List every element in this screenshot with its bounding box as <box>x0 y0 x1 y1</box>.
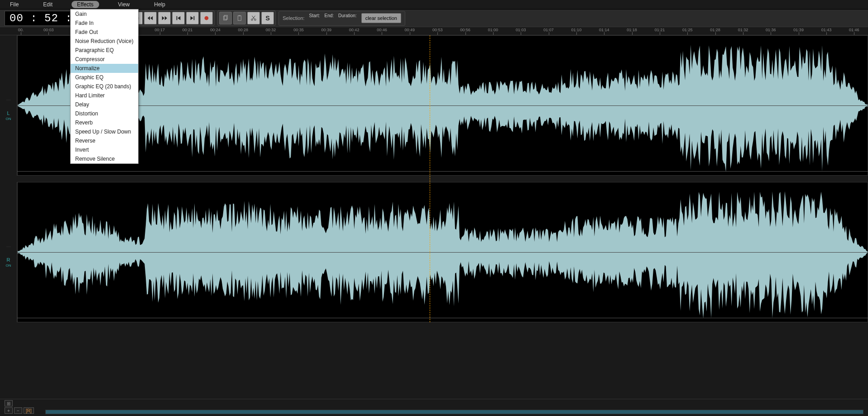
ruler-tick: 01:21 <box>655 28 665 32</box>
track-right-meter <box>6 246 11 247</box>
ruler-tick: 01:07 <box>543 28 554 32</box>
zoom-vert-in-button[interactable]: ⊞ <box>5 400 13 406</box>
channel-L-state: ON <box>6 117 11 121</box>
ruler-tick: 00:24 <box>210 28 221 32</box>
effects-item-fade-in[interactable]: Fade In <box>71 19 138 28</box>
effects-item-gain[interactable]: Gain <box>71 10 138 19</box>
track-right: R ON <box>0 182 868 322</box>
waveform-right[interactable] <box>17 182 868 322</box>
skip-back-button[interactable] <box>172 12 185 24</box>
menu-file[interactable]: File <box>5 0 24 9</box>
s-button[interactable]: S <box>261 12 274 24</box>
footer: ⊞ + − [R] <box>0 399 868 416</box>
ruler-tick: 01:10 <box>571 28 582 32</box>
ruler-tick: 00:53 <box>432 28 443 32</box>
ruler-tick: 00:56 <box>460 28 470 32</box>
ruler-tick: 01:28 <box>710 28 720 32</box>
ruler-tick: 01:46 <box>849 28 859 32</box>
paste-button[interactable] <box>233 12 246 24</box>
channel-R-state: ON <box>6 263 11 268</box>
effects-item-invert[interactable]: Invert <box>71 145 138 154</box>
effects-item-normalize[interactable]: Normalize <box>71 64 138 73</box>
ruler-tick: 01:18 <box>627 28 637 32</box>
selection-duration-label: Duration: <box>338 13 357 18</box>
track-right-label[interactable]: R ON <box>0 182 17 322</box>
ruler-tick: 00:03 <box>43 28 54 32</box>
effects-item-reverse[interactable]: Reverse <box>71 136 138 145</box>
clipboard-group: S <box>217 10 276 26</box>
ruler-tick: 01:14 <box>599 28 609 32</box>
channel-R: R <box>7 257 10 263</box>
effects-item-noise-reduction-voice-[interactable]: Noise Reduction (Voice) <box>71 37 138 46</box>
menu-help[interactable]: Help <box>149 0 171 9</box>
forward-button[interactable] <box>158 12 171 24</box>
effects-item-compressor[interactable]: Compressor <box>71 55 138 64</box>
svg-point-4 <box>205 16 209 20</box>
selection-end-label: End: <box>324 13 334 18</box>
ruler-tick: 01:25 <box>682 28 693 32</box>
waveform-left[interactable] <box>17 35 868 176</box>
ruler-tick: 00:46 <box>377 28 387 32</box>
cut-button[interactable] <box>247 12 260 24</box>
ruler-tick: 01:36 <box>766 28 776 32</box>
ruler-tick: 01:39 <box>793 28 804 32</box>
footer-r-label[interactable]: [R] <box>24 407 34 414</box>
svg-rect-7 <box>238 16 241 21</box>
clear-selection-button[interactable]: clear selection <box>361 13 401 23</box>
ruler-tick: 01:43 <box>821 28 832 32</box>
copy-button[interactable] <box>219 12 232 24</box>
effects-item-distortion[interactable]: Distortion <box>71 109 138 118</box>
track-left-label[interactable]: L ON <box>0 35 17 176</box>
horizontal-scrollbar[interactable] <box>45 410 863 414</box>
effects-item-speed-up-slow-down[interactable]: Speed Up / Slow Down <box>71 127 138 136</box>
effects-item-remove-silence[interactable]: Remove Silence <box>71 154 138 163</box>
ruler-tick: 00:28 <box>238 28 248 32</box>
zoom-in-button[interactable]: + <box>5 407 13 414</box>
selection-label: Selection: <box>283 15 304 21</box>
ruler-tick: 01:00 <box>488 28 499 32</box>
effects-item-graphic-eq-20-bands-[interactable]: Graphic EQ (20 bands) <box>71 82 138 91</box>
ruler-tick: 00:35 <box>293 28 304 32</box>
ruler-tick: 00:21 <box>182 28 193 32</box>
effects-dropdown: GainFade InFade OutNoise Reduction (Voic… <box>70 9 139 164</box>
skip-forward-button[interactable] <box>186 12 199 24</box>
effects-item-hard-limiter[interactable]: Hard Limiter <box>71 91 138 100</box>
effects-item-reverb[interactable]: Reverb <box>71 118 138 127</box>
ruler-tick: 00:32 <box>266 28 276 32</box>
selection-start-label: Start: <box>309 13 320 18</box>
effects-item-delay[interactable]: Delay <box>71 100 138 109</box>
ruler-tick: 00:42 <box>349 28 360 32</box>
ruler-tick: 00:49 <box>405 28 415 32</box>
svg-rect-8 <box>239 15 241 16</box>
ruler-tick: 00. <box>18 28 24 32</box>
channel-L: L <box>7 110 10 116</box>
svg-rect-2 <box>177 16 177 20</box>
effects-item-graphic-eq[interactable]: Graphic EQ <box>71 73 138 82</box>
ruler-tick: 00:17 <box>154 28 165 32</box>
rewind-button[interactable] <box>144 12 157 24</box>
menu-view[interactable]: View <box>113 0 135 9</box>
ruler-tick: 01:32 <box>738 28 748 32</box>
effects-item-paragraphic-eq[interactable]: Paragraphic EQ <box>71 46 138 55</box>
menu-edit[interactable]: Edit <box>38 0 58 9</box>
svg-rect-3 <box>194 16 195 20</box>
selection-panel: Selection: Start: End: Duration: clear s… <box>278 11 405 26</box>
menubar: File Edit Effects View Help <box>0 0 868 9</box>
ruler-tick: 01:03 <box>516 28 526 32</box>
zoom-out-button[interactable]: − <box>14 407 22 414</box>
track-left-meter <box>6 100 11 100</box>
menu-effects[interactable]: Effects <box>72 1 99 8</box>
effects-item-fade-out[interactable]: Fade Out <box>71 28 138 37</box>
scrollbar-thumb[interactable] <box>46 410 863 414</box>
record-button[interactable] <box>200 12 213 24</box>
ruler-tick: 00:39 <box>321 28 332 32</box>
